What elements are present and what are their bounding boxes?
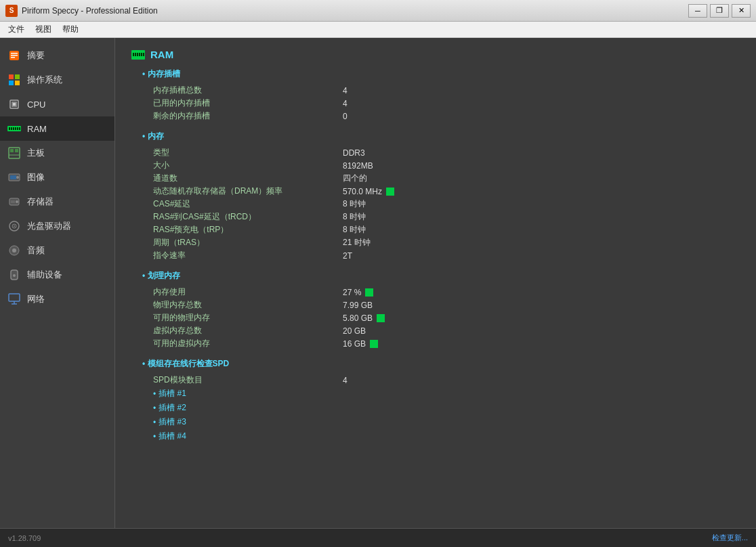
menu-file[interactable]: 文件 — [3, 22, 30, 37]
data-row-avail-virt: 可用的虚拟内存 16 GB — [131, 337, 740, 350]
label-used-slots: 已用的内存插槽 — [153, 97, 343, 109]
sidebar-item-motherboard[interactable]: 主板 — [0, 141, 114, 165]
svg-point-34 — [13, 274, 16, 277]
value-type: DDR3 — [343, 148, 365, 158]
network-icon — [7, 292, 22, 307]
value-trp: 8 时钟 — [343, 224, 366, 236]
svg-rect-35 — [9, 294, 20, 301]
sidebar-item-summary[interactable]: 摘要 — [0, 43, 114, 68]
slot-item-3[interactable]: 插槽 #3 — [131, 415, 740, 429]
sidebar-item-ram[interactable]: RAM — [0, 116, 114, 141]
version-label: v1.28.709 — [8, 534, 41, 542]
sidebar-item-cpu[interactable]: CPU — [0, 92, 114, 116]
sidebar-label-storage: 存储器 — [27, 196, 54, 208]
svg-point-32 — [12, 248, 16, 253]
value-avail-virt: 16 GB — [343, 339, 378, 349]
sidebar-item-audio[interactable]: 音频 — [0, 238, 114, 263]
status-bar: v1.28.709 检查更新... — [0, 528, 756, 547]
value-channels: 四个的 — [343, 173, 367, 184]
data-row-tras: 周期（tRAS） 21 时钟 — [131, 236, 740, 249]
upgrade-link[interactable]: 检查更新... — [712, 533, 748, 543]
optical-icon — [7, 219, 22, 234]
svg-rect-14 — [13, 127, 14, 130]
sidebar-label-os: 操作系统 — [27, 74, 62, 86]
data-row-mem-usage: 内存使用 27 % — [131, 286, 740, 299]
label-mem-usage: 内存使用 — [153, 286, 343, 298]
sidebar-item-graphics[interactable]: 图像 — [0, 165, 114, 190]
sidebar-item-peripherals[interactable]: 辅助设备 — [0, 263, 114, 287]
subsection-spd: 模组存在线行检查SPD SPD模块数目 4 插槽 #1 插槽 #2 插槽 #3 … — [131, 358, 740, 443]
close-button[interactable]: ✕ — [732, 4, 751, 18]
usage-indicator — [365, 288, 373, 297]
main-layout: 摘要 操作系统 CPU RAM 主板 — [0, 38, 756, 528]
sidebar-label-ram: RAM — [27, 124, 47, 134]
graphics-icon — [7, 170, 22, 185]
data-row-cas: CAS#延迟 8 时钟 — [131, 198, 740, 211]
data-row-used-slots: 已用的内存插槽 4 — [131, 97, 740, 110]
data-row-trcd: RAS#到CAS#延迟（tRCD） 8 时钟 — [131, 211, 740, 223]
svg-rect-40 — [135, 53, 136, 56]
sidebar-item-network[interactable]: 网络 — [0, 287, 114, 311]
value-size: 8192MB — [343, 161, 373, 171]
svg-rect-7 — [15, 81, 20, 85]
audio-icon — [7, 243, 22, 258]
svg-rect-41 — [137, 53, 138, 56]
value-tras: 21 时钟 — [343, 237, 371, 248]
svg-rect-23 — [10, 175, 16, 179]
restore-button[interactable]: ❐ — [710, 4, 729, 18]
svg-rect-17 — [19, 127, 20, 130]
sidebar-item-optical[interactable]: 光盘驱动器 — [0, 214, 114, 238]
slot-item-4[interactable]: 插槽 #4 — [131, 429, 740, 443]
data-row-channels: 通道数 四个的 — [131, 172, 740, 185]
sidebar-label-peripherals: 辅助设备 — [27, 269, 62, 281]
avail-virt-indicator — [370, 340, 378, 348]
ram-icon — [7, 121, 22, 136]
title-bar: S Piriform Speccy - Professional Edition… — [0, 0, 756, 22]
sidebar: 摘要 操作系统 CPU RAM 主板 — [0, 38, 115, 528]
sidebar-item-storage[interactable]: 存储器 — [0, 190, 114, 214]
ram-section-header: RAM — [131, 49, 740, 60]
svg-rect-6 — [9, 81, 14, 85]
label-tras: 周期（tRAS） — [153, 237, 343, 248]
data-row-phys-total: 物理内存总数 7.99 GB — [131, 299, 740, 311]
label-phys-total: 物理内存总数 — [153, 299, 343, 311]
svg-rect-19 — [10, 149, 14, 152]
menu-view[interactable]: 视图 — [30, 22, 57, 37]
svg-rect-2 — [11, 55, 18, 56]
label-cmd-rate: 指令速率 — [153, 250, 343, 261]
menu-help[interactable]: 帮助 — [57, 22, 84, 37]
sidebar-label-cpu: CPU — [27, 100, 45, 110]
value-spd-count: 4 — [343, 376, 348, 385]
label-trcd: RAS#到CAS#延迟（tRCD） — [153, 211, 343, 223]
svg-point-26 — [16, 200, 18, 203]
label-spd-count: SPD模块数目 — [153, 374, 343, 386]
avail-phys-indicator — [377, 314, 385, 322]
subsection-memory: 内存 类型 DDR3 大小 8192MB 通道数 四个的 动态随机存取存储器（D… — [131, 131, 740, 262]
svg-rect-4 — [9, 74, 14, 79]
svg-rect-44 — [143, 53, 144, 56]
sidebar-item-os[interactable]: 操作系统 — [0, 68, 114, 92]
label-size: 大小 — [153, 160, 343, 171]
label-channels: 通道数 — [153, 173, 343, 184]
subsection-memory-slots: 内存插槽 内存插槽总数 4 已用的内存插槽 4 剩余的内存插槽 0 — [131, 68, 740, 123]
label-avail-virt: 可用的虚拟内存 — [153, 338, 343, 349]
label-avail-phys: 可用的物理内存 — [153, 312, 343, 324]
value-virt-total: 20 GB — [343, 326, 366, 336]
data-row-size: 大小 8192MB — [131, 159, 740, 172]
value-remaining-slots: 0 — [343, 112, 348, 121]
svg-rect-43 — [141, 53, 142, 56]
minimize-button[interactable]: ─ — [688, 4, 707, 18]
slot-item-2[interactable]: 插槽 #2 — [131, 401, 740, 415]
svg-rect-13 — [11, 127, 12, 130]
value-total-slots: 4 — [343, 86, 348, 95]
svg-rect-20 — [15, 149, 18, 152]
data-row-spd-count: SPD模块数目 4 — [131, 374, 740, 387]
data-row-total-slots: 内存插槽总数 4 — [131, 84, 740, 97]
motherboard-icon — [7, 146, 22, 160]
slot-item-1[interactable]: 插槽 #1 — [131, 387, 740, 401]
content-area: RAM 内存插槽 内存插槽总数 4 已用的内存插槽 4 剩余的内存插槽 0 内存… — [115, 38, 756, 528]
label-dram-freq: 动态随机存取存储器（DRAM）频率 — [153, 185, 343, 197]
data-row-type: 类型 DDR3 — [131, 146, 740, 159]
svg-rect-5 — [15, 74, 20, 79]
label-remaining-slots: 剩余的内存插槽 — [153, 110, 343, 122]
